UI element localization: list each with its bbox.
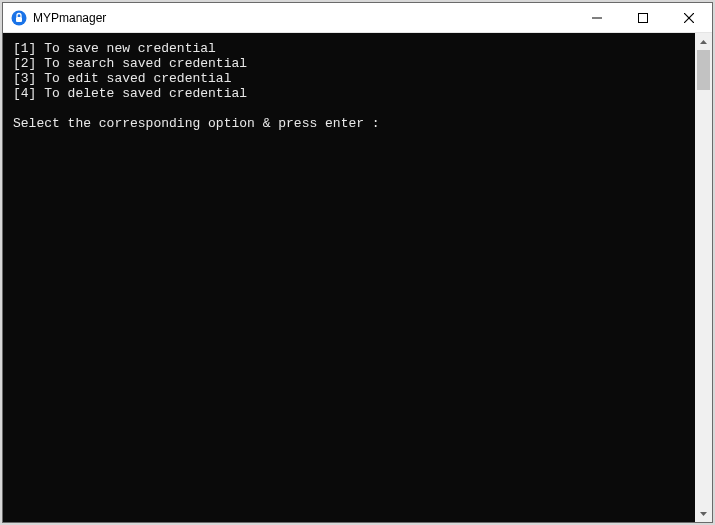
console-line: [2] To search saved credential <box>13 56 685 71</box>
console-line: Select the corresponding option & press … <box>13 116 685 131</box>
scroll-up-button[interactable] <box>695 33 712 50</box>
maximize-button[interactable] <box>620 3 666 32</box>
app-window: MYPmanager [1] To save new credential[2]… <box>2 2 713 523</box>
window-title: MYPmanager <box>33 11 574 25</box>
svg-rect-1 <box>16 17 22 22</box>
console-line: [1] To save new credential <box>13 41 685 56</box>
console-line: [4] To delete saved credential <box>13 86 685 101</box>
lock-icon <box>11 10 27 26</box>
client-area: [1] To save new credential[2] To search … <box>3 33 712 522</box>
svg-rect-3 <box>639 13 648 22</box>
svg-marker-7 <box>700 512 707 516</box>
svg-marker-6 <box>700 40 707 44</box>
vertical-scrollbar[interactable] <box>695 33 712 522</box>
scroll-thumb[interactable] <box>697 50 710 90</box>
console-output[interactable]: [1] To save new credential[2] To search … <box>3 33 695 522</box>
console-line <box>13 101 685 116</box>
minimize-button[interactable] <box>574 3 620 32</box>
scroll-down-button[interactable] <box>695 505 712 522</box>
window-controls <box>574 3 712 32</box>
console-line: [3] To edit saved credential <box>13 71 685 86</box>
titlebar[interactable]: MYPmanager <box>3 3 712 33</box>
close-button[interactable] <box>666 3 712 32</box>
